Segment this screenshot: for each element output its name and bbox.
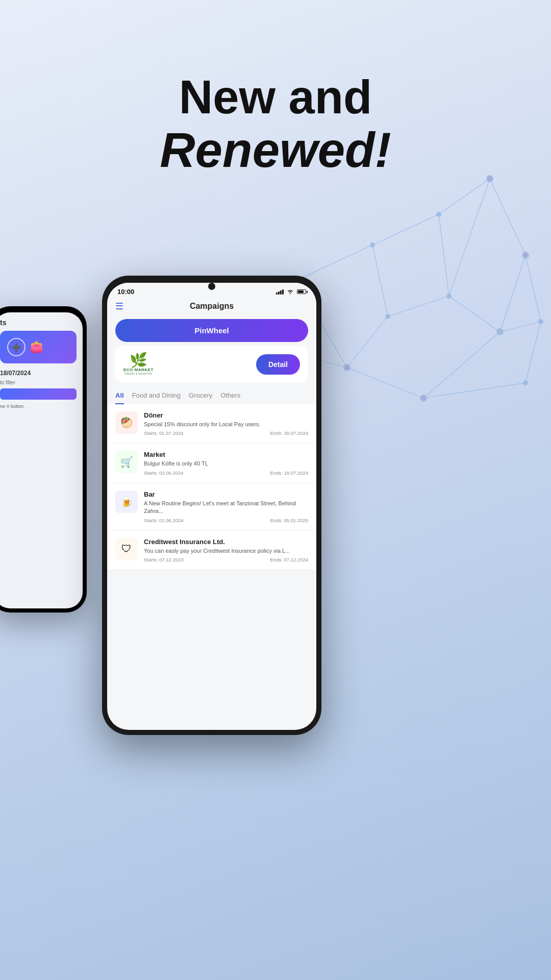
campaign-item-doner[interactable]: 🥙 Döner Special 15% discount only for Lo…	[107, 404, 316, 444]
campaign-dates-market: Starts: 03.06.2024 Ends: 18.07.2024	[144, 470, 308, 476]
campaign-end-bar: Ends: 05.01.2025	[270, 518, 308, 523]
campaign-info-bar: Bar A New Routine Begins! Let's meet at …	[144, 491, 308, 523]
campaign-info-creditwest: Creditwest Insurance Ltd. You can easly …	[144, 538, 308, 562]
svg-point-21	[522, 252, 529, 259]
campaign-logo-creditwest: 🛡	[115, 538, 138, 560]
eco-market-sub: FRESH & HEALTHY	[124, 372, 153, 375]
campaign-logo-market: 🛒	[115, 451, 138, 473]
battery-icon	[297, 289, 306, 294]
campaign-desc-bar: A New Routine Begins! Let's meet at Tanz…	[144, 500, 308, 516]
left-filter-btn[interactable]	[0, 388, 77, 400]
campaign-start-market: Starts: 03.06.2024	[144, 470, 184, 476]
phones-area: ts ➕ 👛 18/07/2024 to filter ne X button.…	[0, 276, 551, 980]
campaign-logo-doner: 🥙	[115, 411, 138, 434]
phone-left-screen: ts ➕ 👛 18/07/2024 to filter ne X button.	[0, 312, 83, 608]
hero-line1: New and	[0, 71, 551, 123]
eco-leaf-icon: 🌿	[130, 353, 147, 368]
tab-all[interactable]: All	[115, 391, 124, 404]
left-date: 18/07/2024	[0, 370, 77, 377]
campaign-logo-bar: 🍺	[115, 491, 138, 513]
hero-section: New and Renewed!	[0, 71, 551, 177]
svg-point-33	[488, 177, 492, 181]
campaign-start-bar: Starts: 01.06.2024	[144, 518, 184, 523]
campaign-item-bar[interactable]: 🍺 Bar A New Routine Begins! Let's meet a…	[107, 483, 316, 531]
phone-left-content: ts ➕ 👛 18/07/2024 to filter ne X button.	[0, 312, 83, 415]
wallet-icon: 👛	[30, 340, 43, 354]
pinwheel-button[interactable]: PinWheel	[115, 319, 308, 342]
campaign-end-creditwest: Ends: 07.12.2024	[270, 557, 308, 562]
detail-button[interactable]: Detail	[256, 354, 300, 375]
eco-market-logo: 🌿 ECO MARKET FRESH & HEALTHY	[123, 353, 154, 375]
campaign-info-market: Market Bulgur Köfte is only 40 TL Starts…	[144, 451, 308, 475]
svg-point-34	[523, 253, 528, 257]
campaign-end-doner: Ends: 30.07.2024	[270, 430, 308, 436]
campaign-desc-creditwest: You can easly pay your Creditwest Insura…	[144, 547, 308, 555]
phone-right: 10:00	[102, 276, 321, 735]
eco-market-section: 🌿 ECO MARKET FRESH & HEALTHY Detail	[115, 346, 308, 382]
campaign-dates-bar: Starts: 01.06.2024 Ends: 05.01.2025	[144, 518, 308, 523]
signal-icon	[276, 289, 284, 295]
campaign-name-bar: Bar	[144, 491, 308, 498]
menu-icon[interactable]: ☰	[115, 301, 123, 312]
campaign-list: 🥙 Döner Special 15% discount only for Lo…	[107, 404, 316, 570]
svg-point-25	[370, 242, 375, 248]
left-note: ne X button.	[0, 404, 77, 409]
status-time: 10:00	[117, 288, 134, 296]
phone-left: ts ➕ 👛 18/07/2024 to filter ne X button.	[0, 306, 87, 612]
app-title: Campaigns	[190, 302, 234, 311]
campaign-item-creditwest[interactable]: 🛡 Creditwest Insurance Ltd. You can easl…	[107, 531, 316, 570]
campaign-start-creditwest: Starts: 07.12.2023	[144, 557, 184, 562]
campaign-end-market: Ends: 18.07.2024	[270, 470, 308, 476]
camera-notch	[208, 283, 215, 290]
left-filter: to filter	[0, 380, 77, 385]
campaign-info-doner: Döner Special 15% discount only for Loca…	[144, 411, 308, 436]
campaign-dates-doner: Starts: 01.07.2024 Ends: 30.07.2024	[144, 430, 308, 436]
eco-market-name: ECO MARKET	[123, 368, 154, 372]
left-card: ➕ 👛	[0, 331, 77, 363]
campaign-name-creditwest: Creditwest Insurance Ltd.	[144, 538, 308, 546]
app-header: ☰ Campaigns	[107, 298, 316, 315]
hero-line2: Renewed!	[0, 123, 551, 177]
left-phone-title: ts	[0, 318, 77, 327]
tab-others[interactable]: Others	[220, 391, 240, 404]
svg-line-6	[372, 214, 439, 245]
campaign-item-market[interactable]: 🛒 Market Bulgur Köfte is only 40 TL Star…	[107, 444, 316, 483]
wifi-icon	[287, 289, 294, 295]
tab-food-dining[interactable]: Food and Dining	[132, 391, 181, 404]
phone-right-screen: 10:00	[107, 283, 316, 730]
svg-point-24	[436, 212, 441, 217]
status-icons	[276, 289, 306, 295]
wallet-add-icon: ➕	[7, 338, 26, 356]
campaign-desc-market: Bulgur Köfte is only 40 TL	[144, 460, 308, 468]
campaign-desc-doner: Special 15% discount only for Local Pay …	[144, 421, 308, 428]
svg-line-0	[490, 179, 525, 255]
campaign-dates-creditwest: Starts: 07.12.2023 Ends: 07.12.2024	[144, 557, 308, 562]
tab-grocery[interactable]: Grocery	[189, 391, 212, 404]
campaign-name-market: Market	[144, 451, 308, 458]
campaign-name-doner: Döner	[144, 411, 308, 419]
svg-line-4	[439, 179, 490, 214]
category-tabs: All Food and Dining Grocery Others	[107, 386, 316, 404]
campaign-start-doner: Starts: 01.07.2024	[144, 430, 184, 436]
